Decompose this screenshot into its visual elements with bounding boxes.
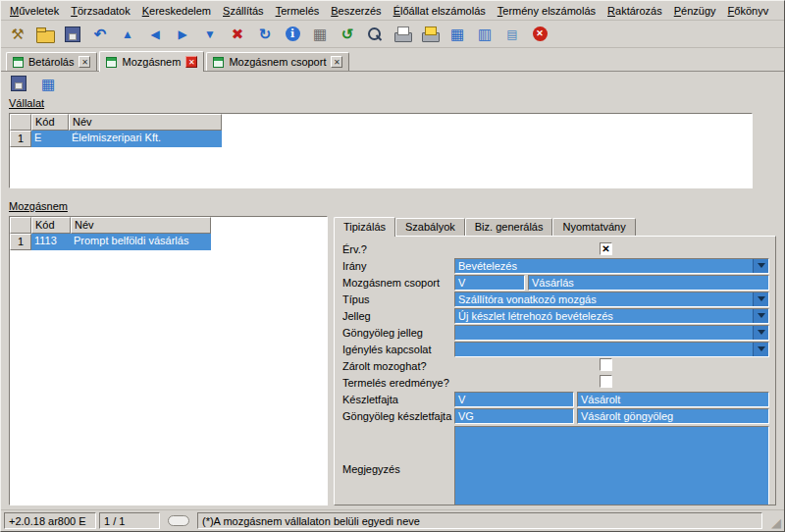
undo-icon[interactable]: ↶ xyxy=(88,23,112,46)
version-label: +2.0.18 ar800 E xyxy=(4,512,96,529)
gongyoleg-keszletfajta-name-field[interactable]: Vásárolt göngyöleg xyxy=(577,408,769,424)
gongyoleg-jelleg-combobox[interactable] xyxy=(454,325,769,341)
mozgasnem-section-label: Mozgásnem xyxy=(9,200,776,215)
menu-termeny-elszamolas[interactable]: Termény elszámolás xyxy=(492,3,602,19)
chevron-down-icon[interactable] xyxy=(753,293,768,306)
resize-grip[interactable] xyxy=(765,512,781,529)
form-row-termeles: Termelés eredménye? xyxy=(342,374,769,391)
mozgasnem-table-row[interactable]: 1 1113 Prompt belföldi vásárlás xyxy=(10,234,327,250)
table-green-icon xyxy=(13,57,24,68)
jelleg-combobox[interactable]: Új készlet létrehozó bevételezés xyxy=(454,308,769,324)
row-number-header xyxy=(10,114,31,131)
grid-icon[interactable]: ▦ xyxy=(36,72,60,95)
last-record-icon[interactable]: ▼ xyxy=(198,23,222,46)
menu-szallitas[interactable]: Szállítás xyxy=(217,3,270,19)
mozgasnem-csoport-code-field[interactable]: V xyxy=(454,275,525,291)
zarolt-checkbox[interactable] xyxy=(600,358,612,371)
column-header-nev[interactable]: Név xyxy=(71,217,211,234)
megjegyzes-textarea[interactable] xyxy=(454,426,769,505)
tab-betarolas[interactable]: Betárolás xyxy=(6,52,97,71)
nev-cell[interactable]: Prompt belföldi vásárlás xyxy=(71,234,211,250)
save-icon[interactable] xyxy=(7,72,30,95)
irany-combobox[interactable]: Bevételezés xyxy=(454,258,769,274)
reload-icon[interactable]: ↺ xyxy=(336,23,359,46)
form-row-keszletfajta: Készletfajta V Vásárolt xyxy=(342,391,769,407)
prev-record-icon[interactable]: ◀ xyxy=(143,23,167,46)
print-icon[interactable] xyxy=(391,23,414,46)
section-splitter[interactable] xyxy=(9,188,776,200)
menu-torzsadatok[interactable]: Törzsadatok xyxy=(65,3,136,19)
igenyles-kapcsolat-label: Igénylés kapcsolat xyxy=(342,344,454,355)
chevron-down-icon[interactable] xyxy=(753,309,768,323)
tools-icon[interactable]: ⚒ xyxy=(6,23,29,46)
column-header-kod[interactable]: Kód xyxy=(31,114,69,131)
mozgasnem-table: Kód Név 1 1113 Prompt belföldi vásárlás xyxy=(9,216,328,505)
sub-toolbar: ▦ xyxy=(1,72,784,95)
save-icon[interactable] xyxy=(61,23,84,46)
page-setup-icon[interactable] xyxy=(418,23,442,46)
mozgasnem-csoport-name-field[interactable]: Vásárlás xyxy=(528,275,769,291)
tab-biz-generalas[interactable]: Biz. generálás xyxy=(465,218,553,236)
cancel-icon[interactable]: ✖ xyxy=(226,23,249,46)
tab-close-icon[interactable] xyxy=(331,56,342,68)
exit-icon[interactable] xyxy=(528,23,551,46)
calculator-icon[interactable]: ▦ xyxy=(308,23,332,46)
menu-raktarozas[interactable]: Raktározás xyxy=(602,3,668,19)
gongyoleg-jelleg-value xyxy=(455,326,753,340)
mozgasnem-csoport-label: Mozgásnem csoport xyxy=(342,277,454,289)
kod-cell[interactable]: 1113 xyxy=(31,234,71,250)
form-row-mozgasnem-csoport: Mozgásnem csoport V Vásárlás xyxy=(342,274,769,291)
table-icon[interactable]: ▦ xyxy=(445,23,469,46)
open-icon[interactable] xyxy=(33,23,57,46)
termeles-label: Termelés eredménye? xyxy=(342,377,454,389)
kod-cell[interactable]: E xyxy=(31,131,69,147)
tab-close-icon[interactable] xyxy=(185,56,197,68)
next-record-icon[interactable]: ▶ xyxy=(171,23,194,46)
nev-cell[interactable]: Élelmiszeripari Kft. xyxy=(69,131,222,147)
menu-termeles[interactable]: Termelés xyxy=(270,3,326,19)
tab-tipizalas[interactable]: Tipizálás xyxy=(334,217,395,237)
keszletfajta-name-field[interactable]: Vásárolt xyxy=(577,392,769,407)
vallalat-table-row[interactable]: 1 E Élelmiszeripari Kft. xyxy=(10,131,752,147)
tipus-label: Típus xyxy=(342,293,454,305)
tab-mozgasnem-csoport[interactable]: Mozgásnem csoport xyxy=(206,52,349,71)
tab-mozgasnem[interactable]: Mozgásnem xyxy=(99,51,204,72)
keszletfajta-code-field[interactable]: V xyxy=(454,392,574,407)
chevron-down-icon[interactable] xyxy=(753,259,768,273)
form-row-zarolt: Zárolt mozoghat? xyxy=(342,357,769,374)
mozgasnem-area: Kód Név 1 1113 Prompt belföldi vásárlás … xyxy=(9,216,776,505)
menu-muveletek[interactable]: Műveletek xyxy=(4,3,65,19)
detail-tabbar: Tipizálás Szabályok Biz. generálás Nyomt… xyxy=(334,216,776,236)
menu-kereskedelem[interactable]: Kereskedelem xyxy=(136,3,217,19)
tab-label: Mozgásnem csoport xyxy=(229,56,326,68)
search-icon[interactable] xyxy=(363,23,387,46)
status-bar: +2.0.18 ar800 E 1 / 1 (*)A mozgásnem vál… xyxy=(1,509,784,531)
table-small-icon[interactable]: ▤ xyxy=(500,23,524,46)
row-number-cell: 1 xyxy=(10,234,31,250)
column-header-kod[interactable]: Kód xyxy=(31,217,71,234)
column-header-nev[interactable]: Név xyxy=(69,114,222,131)
table-columns-icon[interactable]: ▥ xyxy=(473,23,497,46)
menu-eloallat-elszamolas[interactable]: Élőállat elszámolás xyxy=(388,3,492,19)
info-icon[interactable] xyxy=(281,23,304,46)
progress-pill-icon xyxy=(168,515,189,526)
status-hint: (*)A mozgásnem vállalaton belüli egyedi … xyxy=(197,512,762,529)
tab-close-icon[interactable] xyxy=(78,56,90,68)
gongyoleg-keszletfajta-code-field[interactable]: VG xyxy=(454,408,574,424)
termeles-checkbox[interactable] xyxy=(600,375,612,388)
igenyles-kapcsolat-combobox[interactable] xyxy=(454,342,769,357)
progress-indicator xyxy=(163,512,194,529)
first-record-icon[interactable]: ▲ xyxy=(116,23,139,46)
menu-penzugy[interactable]: Pénzügy xyxy=(668,3,722,19)
chevron-down-icon[interactable] xyxy=(753,326,768,340)
tab-szabalyok[interactable]: Szabályok xyxy=(395,218,465,236)
erv-checkbox[interactable] xyxy=(600,242,612,255)
menu-beszerzes[interactable]: Beszerzés xyxy=(325,3,387,19)
menu-fokonyv[interactable]: Főkönyv xyxy=(722,3,775,19)
chevron-down-icon[interactable] xyxy=(753,343,768,356)
tipus-combobox[interactable]: Szállítóra vonatkozó mozgás xyxy=(454,292,769,307)
mozgasnem-table-header: Kód Név xyxy=(10,217,327,234)
refresh-icon[interactable]: ↻ xyxy=(253,23,277,46)
vallalat-table-header: Kód Név xyxy=(10,114,752,131)
tab-nyomtatvany[interactable]: Nyomtatvány xyxy=(552,218,635,236)
